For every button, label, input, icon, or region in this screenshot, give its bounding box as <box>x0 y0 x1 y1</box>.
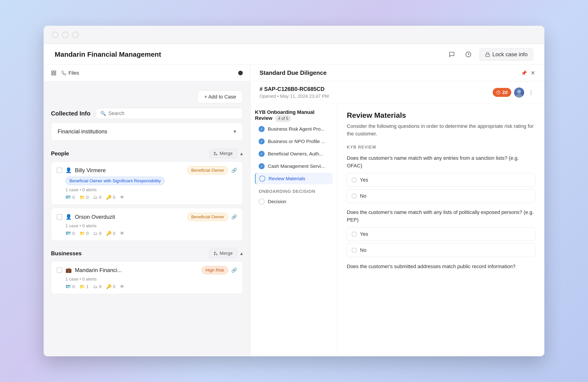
add-to-case-button[interactable]: + Add to Case <box>198 90 243 103</box>
question-2-no-label: No <box>360 247 366 253</box>
lock-case-btn[interactable]: Lock case info <box>479 48 533 60</box>
people-merge-label: Merge <box>220 151 233 156</box>
traffic-light-close[interactable] <box>52 32 58 38</box>
mandarin-stat-folder: 🗂 0 <box>93 284 102 289</box>
question-2-option-no[interactable]: No <box>347 243 535 257</box>
person-billy-external-link-icon[interactable]: 🔗 <box>231 168 237 173</box>
people-merge-btn[interactable]: Merge <box>209 149 237 158</box>
radio-no-1-icon <box>352 194 357 199</box>
person-orson-icon: 👤 <box>65 214 72 220</box>
people-group-header: People Merge ▴ <box>51 144 243 161</box>
svg-point-17 <box>517 90 521 93</box>
key-icon: 🔑 <box>106 195 112 200</box>
businesses-group-actions: Merge ▴ <box>209 249 243 258</box>
billy-stat-file-val: 0 <box>86 195 89 200</box>
lock-btn-label: Lock case info <box>492 51 527 58</box>
search-box[interactable]: 🔍 <box>96 108 243 119</box>
mandarin-stat-key-val: 0 <box>113 284 116 289</box>
traffic-light-minimize[interactable] <box>62 32 68 38</box>
close-icon[interactable]: ✕ <box>531 70 535 76</box>
chat-icon-btn[interactable] <box>446 49 457 60</box>
svg-rect-1 <box>485 54 489 57</box>
businesses-group-header: Businesses Merge ▴ <box>51 244 243 261</box>
question-1-option-no[interactable]: No <box>347 189 535 203</box>
avatar <box>514 87 524 98</box>
app-content: Mandarin Financial Management <box>44 44 544 356</box>
folder-icon: 🗂 <box>93 195 98 200</box>
search-input[interactable] <box>108 110 238 116</box>
businesses-group-title: Businesses <box>51 250 82 257</box>
businesses-chevron-up-icon: ▴ <box>240 250 243 256</box>
mandarin-folder-icon: 🗂 <box>93 284 98 289</box>
left-scroll: Financial institutions ▾ People <box>44 122 250 356</box>
billy-stat-id: 🪪 0 <box>65 195 75 200</box>
person-billy-checkbox[interactable] <box>57 168 62 173</box>
workflow-item-1[interactable]: ✓ Business or NPO Profile ... <box>255 136 333 147</box>
person-billy-row: 👤 Billy Virmere Beneficial Owner 🔗 <box>57 166 237 175</box>
workflow-item-label-0: Business Risk Agent Pro... <box>268 126 329 132</box>
svg-point-13 <box>214 254 215 255</box>
workflow-item-3[interactable]: ✓ Cash Management Servi... <box>255 161 333 172</box>
workflow-sidebar: KYB Onboarding Manual Review 4 of 5 ✓ Bu… <box>250 104 338 356</box>
question-2-option-yes[interactable]: Yes <box>347 227 535 241</box>
orson-stat-key: 🔑 0 <box>106 231 116 236</box>
business-mandarin-checkbox[interactable] <box>57 267 62 273</box>
pin-icon[interactable]: 📌 <box>521 70 527 76</box>
question-1-no-label: No <box>360 193 366 199</box>
business-mandarin-external-link-icon[interactable]: 🔗 <box>231 267 237 273</box>
workflow-item-label-1: Business or NPO Profile ... <box>268 139 329 144</box>
history-icon-btn[interactable] <box>463 49 474 60</box>
traffic-light-maximize[interactable] <box>72 32 79 38</box>
review-area: Review Materials Consider the following … <box>338 104 544 356</box>
business-mandarin-stats: 🪪 0 📁 1 🗂 0 <box>65 284 237 289</box>
billy-stat-id-val: 0 <box>72 195 75 200</box>
main-area: Files + Add to Case Collected Info <box>44 65 544 356</box>
person-billy-badge2: Beneficial Owner with Significant Respon… <box>65 177 165 185</box>
svg-rect-2 <box>52 71 53 73</box>
mandarin-stat-folder-val: 0 <box>99 284 102 289</box>
mandarin-key-icon: 🔑 <box>106 284 112 289</box>
main-window: Mandarin Financial Management <box>44 26 544 356</box>
workflow-decision-item[interactable]: Decision <box>255 196 333 207</box>
orson-stat-file-val: 0 <box>86 231 89 236</box>
financial-institutions-card: Financial institutions ▾ <box>51 122 243 141</box>
orson-key-icon: 🔑 <box>106 231 112 236</box>
check-circle-icon-0: ✓ <box>259 126 265 132</box>
left-toolbar: Files <box>44 65 250 81</box>
mandarin-stat-key: 🔑 0 <box>106 284 116 289</box>
workflow-item-4[interactable]: Review Materials <box>255 173 333 184</box>
billy-view-icon[interactable]: 👁 <box>120 195 124 200</box>
person-orson-name: Orson Overduzit <box>75 214 184 220</box>
financial-institutions-header[interactable]: Financial institutions ▾ <box>51 123 243 140</box>
review-title: Review Materials <box>347 111 535 120</box>
chevron-down-icon: ▾ <box>233 129 236 135</box>
grid-icon[interactable] <box>51 70 57 76</box>
svg-rect-5 <box>54 74 56 75</box>
person-orson-external-link-icon[interactable]: 🔗 <box>231 214 237 220</box>
mandarin-view-icon[interactable]: 👁 <box>120 284 124 289</box>
more-options-icon[interactable]: ⋮ <box>527 88 535 97</box>
check-circle-icon-2: ✓ <box>259 151 265 157</box>
onboarding-decision-label: Onboarding Decision <box>255 185 333 196</box>
workflow-item-label-2: Beneficial Owners, Auth... <box>268 151 329 157</box>
workflow-item-0[interactable]: ✓ Business Risk Agent Pro... <box>255 123 333 135</box>
svg-point-8 <box>214 154 215 155</box>
file-icon: 📁 <box>80 195 85 200</box>
question-1-option-yes[interactable]: Yes <box>347 173 535 187</box>
mandarin-stat-file-val: 1 <box>86 284 89 289</box>
question-3-text: Does the customer's submitted addresses … <box>347 263 535 270</box>
person-card-orson: 👤 Orson Overduzit Beneficial Owner 🔗 1 c… <box>51 208 243 241</box>
businesses-merge-btn[interactable]: Merge <box>209 249 237 258</box>
business-mandarin-name: Mandarin Financi... <box>75 267 198 273</box>
person-billy-meta: 1 case • 0 alerts <box>65 187 237 192</box>
person-orson-checkbox[interactable] <box>57 214 62 220</box>
panel-title: Standard Due Diligence <box>260 69 327 77</box>
radio-yes-1-icon <box>352 178 357 182</box>
orson-view-icon[interactable]: 👁 <box>120 231 124 236</box>
business-card-mandarin: 💼 Mandarin Financi... High Risk 🔗 1 case… <box>51 261 243 294</box>
person-billy-name: Billy Virmere <box>75 167 184 174</box>
svg-point-12 <box>214 252 215 253</box>
business-icon: 💼 <box>65 267 72 273</box>
files-tab[interactable]: Files <box>61 70 79 76</box>
workflow-item-2[interactable]: ✓ Beneficial Owners, Auth... <box>255 148 333 160</box>
